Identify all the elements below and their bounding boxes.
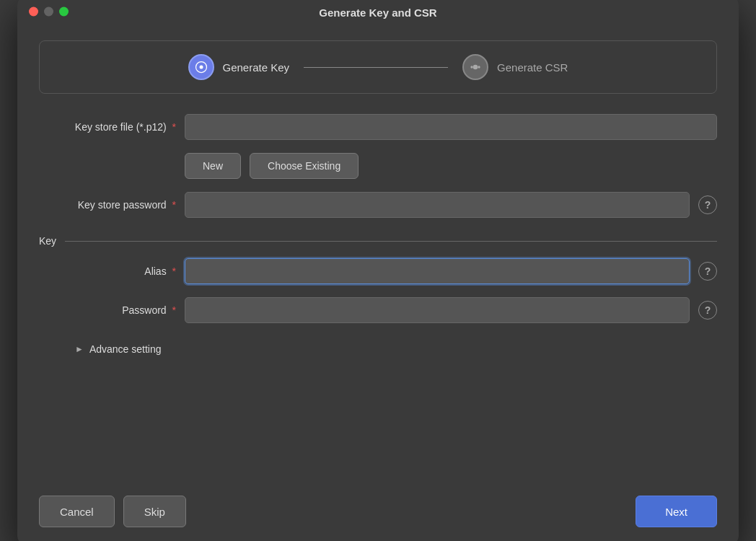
step-2-label: Generate CSR <box>497 61 568 74</box>
key-section: Key Alias * ? Password * <box>39 231 717 355</box>
key-section-header: Key <box>39 235 717 247</box>
advance-setting-label: Advance setting <box>89 343 162 355</box>
svg-point-4 <box>478 66 480 68</box>
key-password-help-icon[interactable]: ? <box>698 301 717 320</box>
title-bar: Generate Key and CSR <box>17 0 739 26</box>
step-2: Generate CSR <box>462 54 568 80</box>
cancel-button[interactable]: Cancel <box>39 496 115 527</box>
required-star-alias: * <box>170 265 176 277</box>
advance-setting-row[interactable]: ► Advance setting <box>75 343 717 355</box>
svg-point-1 <box>199 66 203 69</box>
key-fields: Alias * ? Password * ? <box>39 258 717 336</box>
keystore-password-help-icon[interactable]: ? <box>698 195 717 214</box>
keystore-buttons-row: New Choose Existing <box>185 153 717 179</box>
step-1-icon <box>188 54 214 80</box>
key-password-row: Password * ? <box>39 297 717 323</box>
step-1: Generate Key <box>188 54 290 80</box>
new-button[interactable]: New <box>185 153 241 179</box>
alias-label: Alias * <box>39 265 176 277</box>
minimize-button[interactable] <box>44 6 53 16</box>
dialog-footer: Cancel Skip Next <box>17 484 739 541</box>
alias-input[interactable] <box>185 258 690 284</box>
next-button[interactable]: Next <box>636 496 717 527</box>
chevron-right-icon: ► <box>75 344 84 354</box>
section-divider <box>65 241 717 242</box>
dialog-window: Generate Key and CSR Generate Key <box>17 0 739 541</box>
skip-button[interactable]: Skip <box>123 496 186 527</box>
svg-point-3 <box>470 66 472 68</box>
alias-help-icon[interactable]: ? <box>698 262 717 281</box>
step-1-label: Generate Key <box>223 61 290 74</box>
required-star-key-password: * <box>170 304 176 316</box>
close-button[interactable] <box>29 6 38 16</box>
keystore-password-input[interactable] <box>185 192 690 218</box>
svg-point-2 <box>473 65 478 70</box>
keystore-password-row: Key store password * ? <box>39 192 717 218</box>
window-controls <box>29 6 69 16</box>
choose-existing-button[interactable]: Choose Existing <box>250 153 359 179</box>
key-password-input[interactable] <box>185 297 690 323</box>
keystore-password-label: Key store password * <box>39 199 176 211</box>
keystore-file-row: Key store file (*.p12) * <box>39 114 717 140</box>
key-password-label: Password * <box>39 304 176 316</box>
required-star-keystore: * <box>170 121 176 133</box>
step-2-icon <box>462 54 488 80</box>
stepper: Generate Key Generate CSR <box>39 40 717 94</box>
alias-row: Alias * ? <box>39 258 717 284</box>
dialog-title: Generate Key and CSR <box>319 6 436 19</box>
required-star-password: * <box>170 199 176 211</box>
step-connector <box>304 67 448 68</box>
keystore-file-input[interactable] <box>185 114 717 140</box>
keystore-file-label: Key store file (*.p12) * <box>39 121 176 133</box>
key-section-title: Key <box>39 235 56 247</box>
dialog-content: Generate Key Generate CSR Key store file… <box>17 26 739 484</box>
maximize-button[interactable] <box>59 6 69 16</box>
